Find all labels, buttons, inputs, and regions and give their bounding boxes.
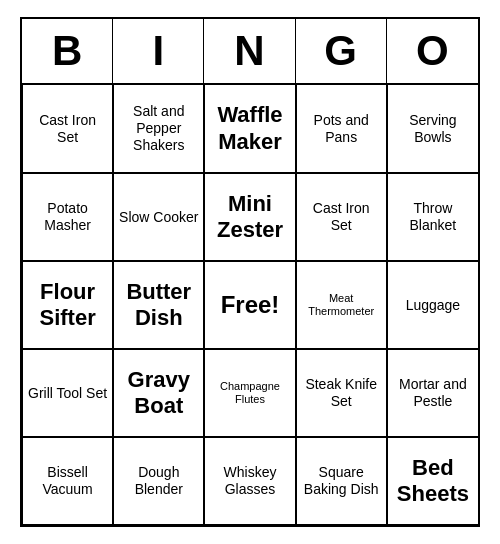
bingo-cell-15: Grill Tool Set [22, 349, 113, 437]
bingo-cell-24: Bed Sheets [387, 437, 478, 525]
bingo-cell-19: Mortar and Pestle [387, 349, 478, 437]
bingo-cell-21: Dough Blender [113, 437, 204, 525]
bingo-cell-18: Steak Knife Set [296, 349, 387, 437]
bingo-letter-i: I [113, 19, 204, 83]
bingo-cell-14: Luggage [387, 261, 478, 349]
bingo-cell-7: Mini Zester [204, 173, 295, 261]
bingo-cell-1: Salt and Pepper Shakers [113, 85, 204, 173]
bingo-letter-o: O [387, 19, 478, 83]
bingo-card: BINGO Cast Iron SetSalt and Pepper Shake… [20, 17, 480, 527]
bingo-letter-b: B [22, 19, 113, 83]
bingo-cell-16: Gravy Boat [113, 349, 204, 437]
bingo-header: BINGO [22, 19, 478, 85]
bingo-cell-13: Meat Thermometer [296, 261, 387, 349]
bingo-cell-8: Cast Iron Set [296, 173, 387, 261]
bingo-cell-2: Waffle Maker [204, 85, 295, 173]
bingo-cell-9: Throw Blanket [387, 173, 478, 261]
bingo-cell-3: Pots and Pans [296, 85, 387, 173]
bingo-letter-g: G [296, 19, 387, 83]
bingo-grid: Cast Iron SetSalt and Pepper ShakersWaff… [22, 85, 478, 525]
bingo-cell-4: Serving Bowls [387, 85, 478, 173]
bingo-cell-5: Potato Masher [22, 173, 113, 261]
bingo-cell-11: Butter Dish [113, 261, 204, 349]
bingo-cell-20: Bissell Vacuum [22, 437, 113, 525]
bingo-cell-23: Square Baking Dish [296, 437, 387, 525]
bingo-letter-n: N [204, 19, 295, 83]
bingo-cell-22: Whiskey Glasses [204, 437, 295, 525]
bingo-cell-12: Free! [204, 261, 295, 349]
bingo-cell-17: Champagne Flutes [204, 349, 295, 437]
bingo-cell-0: Cast Iron Set [22, 85, 113, 173]
bingo-cell-10: Flour Sifter [22, 261, 113, 349]
bingo-cell-6: Slow Cooker [113, 173, 204, 261]
